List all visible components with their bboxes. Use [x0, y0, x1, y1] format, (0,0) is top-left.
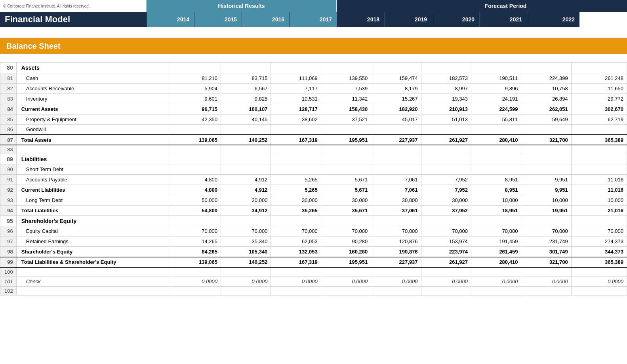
current-assets-row: 84 Current Assets 96,715 100,107 128,717… [0, 104, 627, 114]
tl-label: Total Liabilities [16, 206, 171, 216]
historical-label: Historical Results [147, 0, 337, 12]
liabilities-heading-row: 89 Liabilities [0, 154, 627, 164]
year-2019: 2019 [384, 12, 432, 27]
year-2022: 2022 [527, 12, 579, 27]
cash-row: 81 Cash 81,210 83,715 111,069 139,550 15… [0, 73, 627, 83]
year-2014: 2014 [147, 12, 194, 27]
year-2017: 2017 [289, 12, 337, 27]
cash-2020: 190,511 [471, 73, 521, 83]
std-label: Short Term Debt [16, 164, 171, 175]
spreadsheet: © Corporate Finance Institute. All right… [0, 0, 627, 364]
she-heading-label: Shareholder's Equity [16, 216, 171, 226]
year-2016: 2016 [242, 12, 289, 27]
re-label: Retained Earnings [16, 236, 171, 247]
cash-2017: 139,550 [321, 73, 371, 83]
balance-sheet-table: 80 Assets 81 Cash 81,210 83,715 111,069 … [0, 63, 627, 295]
cash-2022: 261,248 [571, 73, 627, 83]
ar-label: Accounts Receivable [16, 83, 171, 93]
inventory-label: Inventory [16, 93, 171, 104]
ltd-label: Long Term Debt [16, 195, 171, 206]
cash-2019: 182,573 [421, 73, 471, 83]
cl-label: Current Liabilities [16, 185, 171, 195]
balance-sheet-header: Balance Sheet [0, 38, 627, 54]
spacer-col-i [337, 0, 384, 12]
row-102-empty: 102 [0, 286, 627, 295]
total-liabilities-equity-row: 99 Total Liabilities & Shareholder's Equ… [0, 257, 627, 267]
accounts-payable-row: 91 Accounts Payable 4,800 4,912 5,265 5,… [0, 175, 627, 185]
header-row-1: © Corporate Finance Institute. All right… [0, 0, 627, 12]
equity-capital-row: 96 Equity Capital 70,000 70,000 70,000 7… [0, 226, 627, 236]
row-79-empty [0, 54, 627, 63]
ap-label: Accounts Payable [16, 175, 171, 185]
year-2015: 2015 [194, 12, 242, 27]
ec-label: Equity Capital [16, 226, 171, 236]
shareholders-equity-row: 98 Shareholder's Equity 84,265 105,340 1… [0, 247, 627, 257]
inventory-row: 83 Inventory 9,601 9,825 10,531 11,342 1… [0, 93, 627, 104]
total-assets-row: 87 Total Assets 139,065 140,252 167,319 … [0, 135, 627, 145]
cash-2015: 83,715 [221, 73, 271, 83]
cash-2018: 159,474 [371, 73, 421, 83]
accounts-receivable-row: 82 Accounts Receivable 5,904 6,567 7,117… [0, 83, 627, 93]
current-assets-label: Current Assets [16, 104, 171, 114]
cash-2021: 224,399 [521, 73, 571, 83]
row-100-empty: 100 [0, 267, 627, 276]
shareholders-equity-heading-row: 95 Shareholder's Equity [0, 216, 627, 226]
forecast-label: Forecast Period [384, 0, 627, 12]
check-row: 101 Check 0.0000 0.0000 0.0000 0.0000 0.… [0, 276, 627, 286]
row-num-80: 80 [0, 63, 17, 73]
tle-label: Total Liabilities & Shareholder's Equity [16, 257, 171, 267]
header-row-2: Financial Model 2014 2015 2016 2017 2018… [0, 12, 627, 27]
she-label: Shareholder's Equity [16, 247, 171, 257]
year-2020: 2020 [432, 12, 479, 27]
current-liabilities-row: 92 Current Liabilities 4,800 4,912 5,265… [0, 185, 627, 195]
total-assets-label: Total Assets [16, 135, 171, 145]
total-liabilities-row: 94 Total Liabilities 54,800 34,912 35,26… [0, 206, 627, 216]
assets-label: Assets [16, 63, 171, 73]
row-88-empty: 88 [0, 145, 627, 154]
cash-2014: 81,210 [171, 73, 221, 83]
property-equipment-row: 85 Property & Equipment 42,350 40,145 38… [0, 114, 627, 124]
property-label: Property & Equipment [16, 114, 171, 124]
goodwill-row: 86 Goodwill [0, 124, 627, 135]
row-spacer [0, 27, 627, 38]
goodwill-label: Goodwill [16, 124, 171, 135]
long-term-debt-row: 93 Long Term Debt 50,000 30,000 30,000 3… [0, 195, 627, 206]
short-term-debt-row: 90 Short Term Debt [0, 164, 627, 175]
model-title: Financial Model [0, 12, 147, 27]
year-2018: 2018 [337, 12, 384, 27]
cash-2016: 111,069 [271, 73, 321, 83]
liabilities-label: Liabilities [16, 154, 171, 164]
check-label: Check [16, 276, 171, 286]
retained-earnings-row: 97 Retained Earnings 14,265 35,340 62,05… [0, 236, 627, 247]
assets-heading-row: 80 Assets [0, 63, 627, 73]
copyright: © Corporate Finance Institute. All right… [0, 0, 147, 12]
cash-label: Cash [16, 73, 171, 83]
year-2021: 2021 [479, 12, 527, 27]
ar-2014: 5,904 [171, 83, 221, 93]
